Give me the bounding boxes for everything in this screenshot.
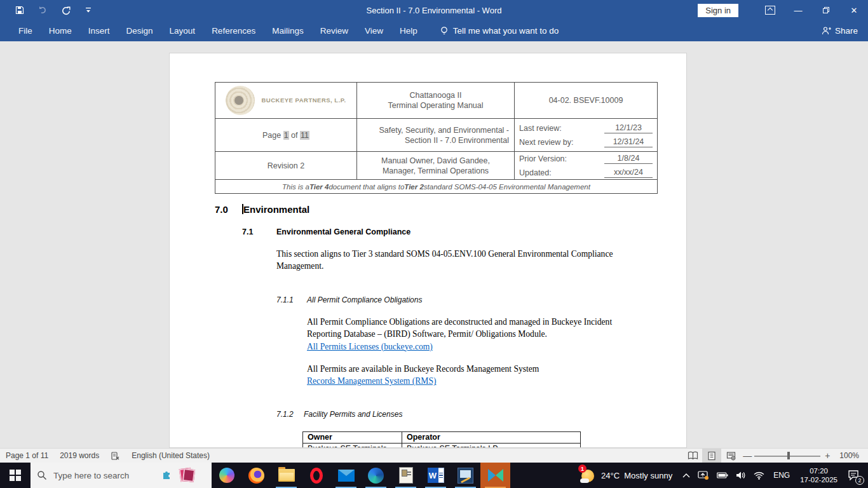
quick-access-toolbar xyxy=(0,3,95,17)
revision-cell: Revision 2 xyxy=(215,152,357,180)
tab-help[interactable]: Help xyxy=(391,22,426,40)
taskbar-copilot-icon[interactable] xyxy=(212,463,241,488)
permits-row-operator: Buckeye SE Terminals LP xyxy=(402,444,581,448)
title-bar: Section II - 7.0 Environmental - Word Si… xyxy=(0,0,868,20)
zoom-level[interactable]: 100% xyxy=(834,451,864,460)
battery-icon[interactable] xyxy=(713,463,732,488)
rms-link[interactable]: Records Management System (RMS) xyxy=(307,376,437,386)
facility-title-cell: Chattanooga II Terminal Operating Manual xyxy=(357,83,515,119)
section-line2: Section II - 7.0 Environmental xyxy=(405,135,509,146)
tab-design[interactable]: Design xyxy=(118,22,161,40)
sign-in-button[interactable]: Sign in xyxy=(698,4,738,17)
start-button[interactable] xyxy=(0,463,31,488)
proofing-status-icon[interactable] xyxy=(105,449,126,463)
language-indicator[interactable]: English (United States) xyxy=(126,449,215,463)
action-center-button[interactable]: 2 xyxy=(843,463,868,488)
taskbar-search[interactable] xyxy=(31,463,212,488)
next-review-value: 12/31/24 xyxy=(604,137,653,147)
permits-col-owner: Owner xyxy=(303,432,402,444)
zoom-slider[interactable] xyxy=(754,449,820,463)
tab-file[interactable]: File xyxy=(10,22,41,40)
tab-insert[interactable]: Insert xyxy=(80,22,118,40)
heading-7-1-1: 7.1.1All Permit Compliance Obligations xyxy=(276,295,422,304)
tab-references[interactable]: References xyxy=(203,22,264,40)
weather-temp: 24°C xyxy=(601,471,620,480)
tray-date: 17-02-2025 xyxy=(800,476,837,484)
screen-share-icon[interactable] xyxy=(694,463,713,488)
zoom-out-button[interactable]: — xyxy=(740,451,754,461)
permits-table: Owner Operator Buckeye SE Terminals Buck… xyxy=(302,431,581,448)
manual-name: Terminal Operating Manual xyxy=(388,100,483,111)
version-dates-cell: Prior Version:1/8/24 Updated:xx/xx/24 xyxy=(515,152,657,180)
search-photos-icon[interactable] xyxy=(179,468,195,483)
heading-7-1: 7.1Environmental General Compliance xyxy=(242,227,410,236)
ribbon-tab-bar: File Home Insert Design Layout Reference… xyxy=(0,20,868,41)
ribbon-display-options-icon[interactable] xyxy=(756,0,784,20)
prior-version-label: Prior Version: xyxy=(519,154,567,164)
language-tray[interactable]: ENG xyxy=(768,463,795,488)
tell-me-box[interactable]: Tell me what you want to do xyxy=(440,26,559,36)
weather-condition: Mostly sunny xyxy=(624,471,672,480)
review-dates-cell: Last review:12/1/23 Next review by:12/31… xyxy=(515,119,657,152)
tell-me-label: Tell me what you want to do xyxy=(453,26,559,36)
status-bar: Page 1 of 11 2019 words English (United … xyxy=(0,448,868,463)
share-button[interactable]: Share xyxy=(822,26,858,36)
tab-home[interactable]: Home xyxy=(41,22,80,40)
owner-line2: Manager, Terminal Operations xyxy=(383,166,489,176)
owner-cell: Manual Owner, David Gandee, Manager, Ter… xyxy=(357,152,515,180)
next-review-label: Next review by: xyxy=(519,137,573,147)
taskbar-snipping-tool-icon[interactable] xyxy=(451,463,480,488)
show-hidden-icons-chevron[interactable] xyxy=(679,463,694,488)
para-7-1-1b: All Permits are available in Buckeye Rec… xyxy=(307,363,632,388)
save-icon[interactable] xyxy=(13,3,27,17)
weather-widget[interactable]: 1 24°C Mostly sunny xyxy=(573,463,679,488)
heading-7-0: 7.0Environmental xyxy=(215,204,309,215)
taskbar-firefox-icon[interactable] xyxy=(241,463,271,488)
customize-qat-icon[interactable] xyxy=(81,3,95,17)
taskbar-file-explorer-icon[interactable] xyxy=(271,463,301,488)
taskbar-active-app-icon[interactable] xyxy=(480,463,510,488)
tab-mailings[interactable]: Mailings xyxy=(264,22,312,40)
facility-name: Chattanooga II xyxy=(409,90,461,100)
minimize-button[interactable]: — xyxy=(784,0,812,20)
zoom-in-button[interactable]: + xyxy=(820,451,834,461)
restore-button[interactable] xyxy=(812,0,840,20)
share-label: Share xyxy=(835,26,858,36)
permits-licenses-link[interactable]: All Permits Licenses (buckeye.com) xyxy=(307,342,433,351)
document-header-table: BUCKEYE PARTNERS, L.P. Chattanooga II Te… xyxy=(215,82,658,194)
taskbar-document-viewer-icon[interactable] xyxy=(391,463,421,488)
weather-sun-icon: 1 xyxy=(580,467,596,484)
buckeye-logo-icon xyxy=(226,86,255,115)
permits-row-owner: Buckeye SE Terminals xyxy=(303,444,402,448)
print-layout-button[interactable] xyxy=(702,449,721,463)
permits-col-operator: Operator xyxy=(402,432,581,444)
search-input[interactable] xyxy=(53,471,155,480)
close-button[interactable]: ✕ xyxy=(840,0,868,20)
volume-icon[interactable] xyxy=(732,463,750,488)
page-number-cell: Page 1 of 11 xyxy=(215,119,357,152)
zoom-slider-thumb[interactable] xyxy=(787,452,790,459)
web-layout-button[interactable] xyxy=(721,449,740,463)
page-indicator[interactable]: Page 1 of 11 xyxy=(0,449,54,463)
taskbar-opera-icon[interactable] xyxy=(301,463,331,488)
word-count[interactable]: 2019 words xyxy=(54,449,105,463)
wifi-icon[interactable] xyxy=(750,463,768,488)
taskbar-word-icon[interactable]: W xyxy=(421,463,451,488)
search-highlights-puzzle-icon[interactable] xyxy=(161,470,172,481)
document-area: BUCKEYE PARTNERS, L.P. Chattanooga II Te… xyxy=(0,41,868,448)
tab-layout[interactable]: Layout xyxy=(161,22,204,40)
tray-time: 07:20 xyxy=(810,467,828,475)
redo-icon[interactable] xyxy=(58,3,72,17)
taskbar-mail-icon[interactable] xyxy=(331,463,361,488)
revision-text: Revision 2 xyxy=(268,161,304,171)
tab-view[interactable]: View xyxy=(356,22,391,40)
read-mode-button[interactable] xyxy=(683,449,702,463)
tab-review[interactable]: Review xyxy=(312,22,356,40)
document-page[interactable]: BUCKEYE PARTNERS, L.P. Chattanooga II Te… xyxy=(169,53,687,448)
clock-widget[interactable]: 07:2017-02-2025 xyxy=(795,463,843,488)
taskbar: W 1 24°C Mostly sunny ENG 07:2017-02-202… xyxy=(0,463,868,488)
para-7-1: This section aligns to Tier 3 standard S… xyxy=(276,248,627,273)
undo-icon[interactable] xyxy=(36,3,50,17)
taskbar-edge-icon[interactable] xyxy=(361,463,391,488)
page-total-field: 11 xyxy=(300,131,309,140)
